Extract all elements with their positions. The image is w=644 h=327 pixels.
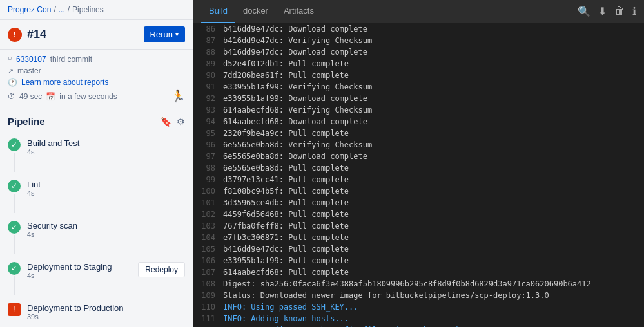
line-number: 101 [199, 197, 223, 209]
step-content-2: Lint 4s [27, 180, 185, 197]
learn-more-row[interactable]: 🕐 Learn more about reports [8, 78, 185, 87]
line-number: 86 [199, 23, 223, 35]
step-icon-success-1: ✓ [8, 138, 21, 151]
run-icon: 🏃 [171, 89, 185, 104]
pipeline-meta: ⑂ 6330107 third commit ↗ master 🕐 Learn … [0, 50, 193, 109]
line-number: 110 [199, 301, 223, 313]
breadcrumb-sep2: / [68, 5, 70, 14]
line-number: 97 [199, 151, 223, 162]
log-line: 88b416dd9e47dc: Download complete [193, 46, 644, 58]
log-line: 94614aabecfd68: Download complete [193, 116, 644, 127]
line-content: d52e4f012db1: Pull complete [223, 58, 349, 70]
tab-artifacts[interactable]: Artifacts [276, 0, 322, 23]
sidebar: Progrez Con / ... / Pipelines ! #14 Reru… [0, 0, 193, 327]
trash-icon[interactable]: 🗑 [614, 5, 625, 17]
step-content-4: Deployment to Staging 4s [27, 262, 132, 279]
log-line: 107614aabecfd68: Pull complete [193, 266, 644, 278]
line-content: INFO: Using passed SSH_KEY... [223, 301, 358, 313]
info-icon[interactable]: ℹ [632, 5, 636, 17]
line-number: 102 [199, 209, 223, 220]
pipeline-steps: ✓ Build and Test 4s ✓ Lint 4s [8, 135, 185, 324]
line-content: 614aabecfd68: Download complete [223, 116, 367, 127]
settings-icon[interactable]: ⚙ [177, 117, 185, 127]
line-content: 767fba0feff8: Pull complete [223, 220, 349, 232]
branch-row: ↗ master [8, 66, 185, 75]
search-icon[interactable]: 🔍 [578, 5, 590, 17]
line-number: 100 [199, 185, 223, 197]
line-number: 87 [199, 35, 223, 46]
step-time-3: 4s [27, 230, 185, 238]
rerun-label: Rerun [150, 30, 173, 39]
branch-icon: ↗ [8, 67, 14, 75]
step-line-1 [14, 153, 15, 172]
step-icon-success-2: ✓ [8, 180, 21, 192]
line-number: 92 [199, 93, 223, 104]
cal-icon: 📅 [46, 92, 55, 101]
line-number: 88 [199, 46, 223, 58]
commit-hash[interactable]: 6330107 [16, 55, 46, 64]
commit-row: ⑂ 6330107 third commit [8, 55, 185, 64]
log-line: 91e33955b1af99: Verifying Checksum [193, 81, 644, 93]
log-line: 1013d35965ce4db: Pull complete [193, 197, 644, 209]
line-number: 89 [199, 58, 223, 70]
tab-actions: 🔍 ⬇ 🗑 ℹ [578, 5, 636, 17]
line-number: 93 [199, 104, 223, 116]
log-line: 100f8108bc94b5f: Pull complete [193, 185, 644, 197]
log-line: 86b416dd9e47dc: Download complete [193, 23, 644, 35]
rerun-button[interactable]: Rerun ▾ [144, 26, 185, 42]
line-number: 105 [199, 243, 223, 255]
line-content: b416dd9e47dc: Download complete [223, 23, 367, 35]
line-number: 98 [199, 162, 223, 174]
line-content: Digest: sha256:0faca6f3e4388af5b1809996b… [223, 278, 591, 290]
line-number: 96 [199, 139, 223, 151]
tab-build[interactable]: Build [201, 0, 235, 23]
main-panel: Build docker Artifacts 🔍 ⬇ 🗑 ℹ 86b416dd9… [193, 0, 644, 327]
tab-docker[interactable]: docker [235, 0, 276, 23]
timing-row: ⏱ 49 sec 📅 in a few seconds 🏃 [8, 89, 185, 104]
log-line: 966e5565e0ba8d: Verifying Checksum [193, 139, 644, 151]
log-line: 110INFO: Using passed SSH_KEY... [193, 301, 644, 313]
line-number: 90 [199, 70, 223, 81]
line-content: e33955b1af99: Download complete [223, 93, 367, 104]
download-icon[interactable]: ⬇ [598, 5, 607, 17]
step-lint[interactable]: ✓ Lint 4s [8, 176, 185, 217]
log-line: 92e33955b1af99: Download complete [193, 93, 644, 104]
redeploy-button[interactable]: Redeploy [138, 262, 185, 277]
duration: 49 sec [19, 92, 42, 101]
log-line: 93614aabecfd68: Verifying Checksum [193, 104, 644, 116]
breadcrumb-ellipsis[interactable]: ... [59, 5, 65, 14]
log-line: 104e7fb3c306871: Pull complete [193, 232, 644, 243]
commit-icon: ⑂ [8, 55, 12, 63]
line-content: 614aabecfd68: Pull complete [223, 266, 349, 278]
step-name-5: Deployment to Production [27, 303, 185, 313]
step-time-5: 39s [27, 313, 185, 321]
log-line: 952320f9be4a9c: Pull complete [193, 127, 644, 139]
line-content: b416dd9e47dc: Download complete [223, 46, 367, 58]
line-number: 106 [199, 255, 223, 266]
bookmark-icon[interactable]: 🔖 [161, 117, 171, 127]
line-number: 104 [199, 232, 223, 243]
learn-more-link[interactable]: Learn more about reports [21, 78, 108, 87]
step-time-1: 4s [27, 148, 185, 156]
line-number: 91 [199, 81, 223, 93]
pipeline-title-row: Pipeline 🔖 ⚙ [8, 116, 185, 127]
line-content: INFO: Adding known hosts... [223, 313, 349, 324]
log-container[interactable]: 86b416dd9e47dc: Download complete87b416d… [193, 23, 644, 327]
step-line-3 [14, 235, 15, 254]
line-content: 7dd206bea61f: Pull complete [223, 70, 349, 81]
line-content: b416dd9e47dc: Pull complete [223, 243, 349, 255]
step-line-2 [14, 194, 15, 213]
step-connector-2: ✓ [8, 180, 21, 213]
step-content-3: Security scan 4s [27, 221, 185, 238]
step-build-and-test[interactable]: ✓ Build and Test 4s [8, 135, 185, 176]
pipeline-section: Pipeline 🔖 ⚙ ✓ Build and Test 4s [0, 109, 193, 327]
log-line: 111INFO: Adding known hosts... [193, 313, 644, 324]
step-security-scan[interactable]: ✓ Security scan 4s [8, 217, 185, 258]
breadcrumb-project[interactable]: Progrez Con [8, 5, 51, 14]
step-name-2: Lint [27, 180, 185, 189]
line-content: e7fb3c306871: Pull complete [223, 232, 349, 243]
line-content: e33955b1af99: Verifying Checksum [223, 81, 372, 93]
step-deployment-staging[interactable]: ✓ Deployment to Staging 4s Redeploy [8, 258, 185, 299]
step-deployment-production[interactable]: ! Deployment to Production 39s [8, 299, 185, 324]
error-badge: ! [8, 28, 22, 42]
